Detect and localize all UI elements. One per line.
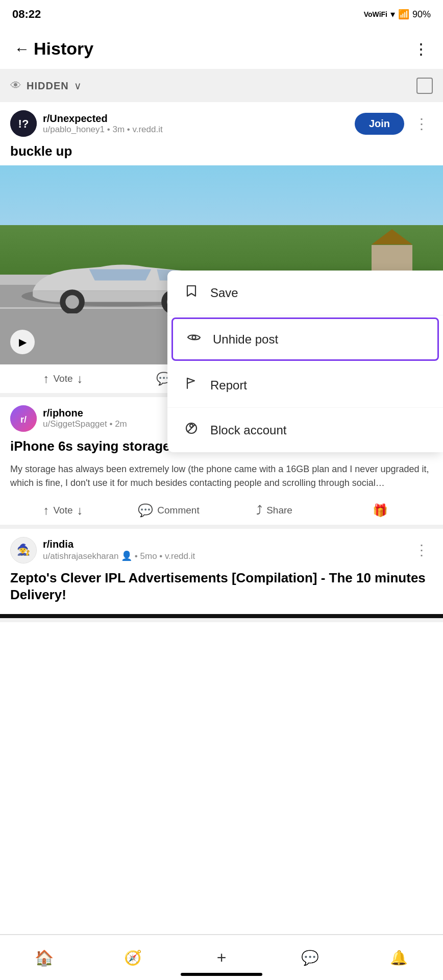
upvote-action-2[interactable]: ↑ Vote ↓ xyxy=(10,503,116,518)
dropdown-unhide-label: Unhide post xyxy=(213,332,278,347)
post-submeta-3: u/atishrajasekharan 👤 • 5mo • v.redd.it xyxy=(43,550,404,561)
award-action-2[interactable]: 🎁 xyxy=(327,503,433,518)
more-options-button[interactable]: ⋮ xyxy=(409,36,433,62)
nav-notifications[interactable]: 🔔 xyxy=(354,935,443,980)
post-avatar-3: 🧙 xyxy=(10,537,37,564)
comment-icon-2: 💬 xyxy=(138,503,153,518)
dropdown-report[interactable]: Report xyxy=(167,363,443,408)
award-icon-2: 🎁 xyxy=(373,503,388,518)
dropdown-report-label: Report xyxy=(210,378,247,393)
filter-left[interactable]: 👁 HIDDEN ∨ xyxy=(10,79,82,92)
unhide-icon xyxy=(185,330,203,348)
dropdown-save[interactable]: Save xyxy=(167,271,443,315)
back-button[interactable]: ← xyxy=(10,36,34,62)
post-options-dropdown: Save Unhide post Report xyxy=(167,271,443,452)
wifi-icon: ▾ xyxy=(390,9,395,20)
post-meta-1: r/Unexpected u/pablo_honey1 • 3m • v.red… xyxy=(43,113,349,135)
battery-icon: 90% xyxy=(412,9,431,20)
report-icon xyxy=(183,376,200,394)
post-subreddit-1: r/Unexpected xyxy=(43,113,349,125)
post-title-1: buckle up xyxy=(0,141,443,165)
post-actions-2: ↑ Vote ↓ 💬 Comment ⤴ Share 🎁 xyxy=(0,496,443,525)
avatar-svg-3: 🧙 xyxy=(11,537,36,564)
upvote-action-1[interactable]: ↑ Vote ↓ xyxy=(10,372,116,386)
status-bar: 08:22 VoWiFi ▾ 📶 90% xyxy=(0,0,443,29)
comment-label-2: Comment xyxy=(157,505,199,516)
post-body-2: My storage has always been extremely low… xyxy=(0,460,443,496)
post-avatar-1: !? xyxy=(10,110,37,137)
dropdown-unhide[interactable]: Unhide post xyxy=(171,317,439,361)
filter-label: HIDDEN xyxy=(27,80,69,92)
hidden-eye-icon: 👁 xyxy=(10,79,21,92)
share-action-2[interactable]: ⤴ Share xyxy=(222,503,327,518)
page-title: History xyxy=(34,39,93,59)
nav-explore[interactable]: 🧭 xyxy=(89,935,178,980)
chat-icon: 💬 xyxy=(301,949,319,966)
share-icon-2: ⤴ xyxy=(256,503,262,518)
signal-icon: 📶 xyxy=(398,9,409,20)
bell-icon: 🔔 xyxy=(390,949,408,966)
vote-label-2: Vote xyxy=(53,505,72,516)
post-options-button-1[interactable]: ⋮ xyxy=(410,113,433,134)
downvote-icon-2: ↓ xyxy=(77,503,83,518)
downvote-icon: ↓ xyxy=(77,372,83,386)
home-icon: 🏠 xyxy=(35,949,54,967)
status-time: 08:22 xyxy=(12,8,41,21)
post-subreddit-3: r/india xyxy=(43,538,404,550)
join-button-1[interactable]: Join xyxy=(355,113,404,135)
post-avatar-2: r/ xyxy=(10,405,37,432)
status-icons: VoWiFi ▾ 📶 90% xyxy=(364,9,431,20)
block-icon xyxy=(183,421,200,439)
svg-text:r/: r/ xyxy=(20,414,27,425)
upvote-icon: ↑ xyxy=(43,372,49,386)
explore-icon: 🧭 xyxy=(124,949,142,966)
svg-point-7 xyxy=(192,336,196,339)
avatar-svg-2: r/ xyxy=(10,405,37,432)
filter-bar: 👁 HIDDEN ∨ xyxy=(0,69,443,102)
comment-action-2[interactable]: 💬 Comment xyxy=(116,503,222,518)
volte-icon: VoWiFi xyxy=(364,10,387,18)
create-icon: + xyxy=(217,948,227,967)
svg-point-4 xyxy=(65,295,79,309)
home-indicator xyxy=(181,973,262,976)
nav-home[interactable]: 🏠 xyxy=(0,935,89,980)
svg-text:!?: !? xyxy=(18,117,29,130)
avatar-svg-1: !? xyxy=(10,110,37,137)
dropdown-save-label: Save xyxy=(210,286,238,300)
svg-text:🧙: 🧙 xyxy=(17,543,31,556)
svg-point-9 xyxy=(190,424,193,427)
dropdown-block[interactable]: Block account xyxy=(167,408,443,452)
user-verified-icon: 👤 xyxy=(121,551,132,561)
post-header-3: 🧙 r/india u/atishrajasekharan 👤 • 5mo • … xyxy=(0,529,443,568)
post-submeta-1: u/pablo_honey1 • 3m • v.redd.it xyxy=(43,125,349,135)
nav-chat[interactable]: 💬 xyxy=(266,935,355,980)
post-header-1: !? r/Unexpected u/pablo_honey1 • 3m • v.… xyxy=(0,102,443,141)
video-bar xyxy=(0,614,443,618)
post-options-button-3[interactable]: ⋮ xyxy=(410,540,433,560)
save-icon xyxy=(183,284,200,302)
vote-label-1: Vote xyxy=(53,373,72,384)
post-card-1: !? r/Unexpected u/pablo_honey1 • 3m • v.… xyxy=(0,102,443,397)
filter-chevron-icon: ∨ xyxy=(74,80,82,92)
video-play-button[interactable]: ▶ xyxy=(10,330,35,354)
share-label-2: Share xyxy=(266,505,292,516)
top-nav: ← History ⋮ xyxy=(0,29,443,69)
post-card-3: 🧙 r/india u/atishrajasekharan 👤 • 5mo • … xyxy=(0,529,443,623)
filter-collapse-button[interactable] xyxy=(416,78,433,94)
post-title-3: Zepto's Clever IPL Advertisements [Compi… xyxy=(0,568,443,609)
post-meta-3: r/india u/atishrajasekharan 👤 • 5mo • v.… xyxy=(43,538,404,561)
dropdown-block-label: Block account xyxy=(210,423,286,437)
upvote-icon-2: ↑ xyxy=(43,503,49,518)
